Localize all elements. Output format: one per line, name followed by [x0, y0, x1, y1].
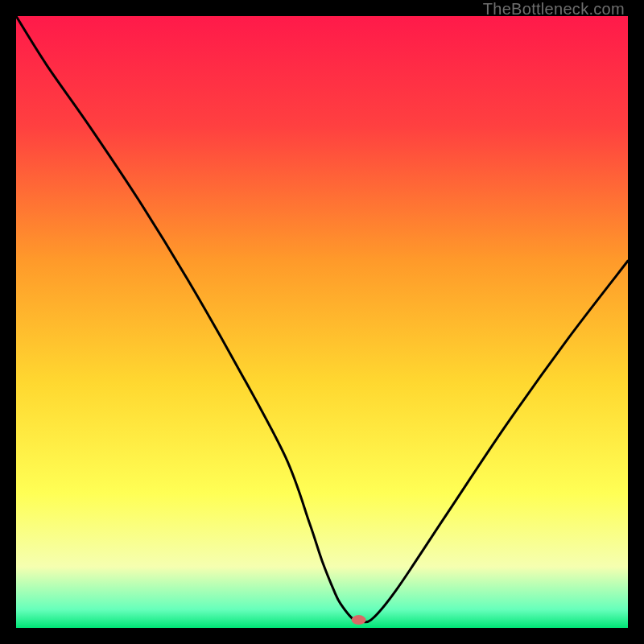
optimum-marker — [352, 615, 366, 625]
watermark-text: TheBottleneck.com — [483, 0, 625, 19]
bottleneck-chart — [16, 16, 628, 628]
gradient-background — [16, 16, 628, 628]
